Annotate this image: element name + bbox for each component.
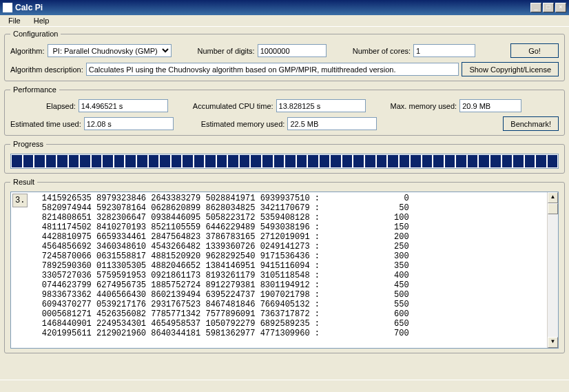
progress-segment [479,155,489,167]
progress-segment [456,155,466,167]
algorithm-label: Algorithm: [10,47,45,55]
progress-segment [240,155,250,167]
progress-segment [114,155,125,167]
progress-segment [228,155,238,167]
progress-segment [342,155,353,167]
menu-bar: File Help [0,15,569,27]
result-group: Result 3. 1415926535 8979323846 26433832… [4,178,565,353]
configuration-legend: Configuration [10,30,61,38]
algorithm-select[interactable]: PI: Parallel Chudnovsky (GMP) [48,44,172,57]
est-time-field [84,117,174,130]
progress-segment [468,155,478,167]
progress-segment [490,155,501,167]
close-button[interactable]: × [555,3,566,12]
app-icon [3,3,12,12]
est-mem-field [287,117,377,130]
copyright-button[interactable]: Show Copyright/License [462,62,559,76]
progress-segment [297,155,307,167]
progress-segment [353,155,364,167]
cores-label: Number of cores: [353,47,411,55]
mem-field [459,99,521,112]
progress-segment [205,155,216,167]
progress-segment [331,155,341,167]
progress-segment [92,155,102,167]
scroll-up-icon[interactable]: ▲ [548,192,558,203]
scroll-down-icon[interactable]: ▼ [548,337,558,348]
performance-group: Performance Elapsed: Accumulated CPU tim… [4,85,565,136]
progress-segment [365,155,375,167]
progress-segment [513,155,524,167]
maximize-button[interactable]: □ [543,3,554,12]
cpu-label: Accumulated CPU time: [193,102,273,110]
est-time-label: Estimated time used: [10,120,81,128]
progress-group: Progress [4,140,565,174]
progress-segment [411,155,421,167]
progress-segment [183,155,193,167]
benchmark-button[interactable]: Benchmark! [503,116,559,131]
progress-segment [172,155,182,167]
progress-legend: Progress [10,140,46,148]
result-scrollbar[interactable]: ▲ ▼ [547,192,558,348]
go-button[interactable]: Go! [510,43,559,58]
progress-segment [217,155,227,167]
progress-segment [149,155,159,167]
elapsed-field [79,99,168,112]
scroll-thumb[interactable] [548,203,558,214]
progress-segment [400,155,410,167]
progress-segment [251,155,261,167]
progress-segment [160,155,170,167]
progress-segment [525,155,535,167]
title-bar: Calc Pi _ □ × [0,0,569,15]
progress-segment [57,155,68,167]
cores-input[interactable] [413,44,475,57]
result-text[interactable]: 1415926535 8979323846 2643383279 5028841… [29,192,547,348]
result-prefix: 3. [12,194,28,207]
progress-segment [502,155,513,167]
progress-segment [320,155,330,167]
cpu-field [276,99,366,112]
progress-segment [262,155,273,167]
elapsed-label: Elapsed: [46,102,76,110]
result-area: 3. 1415926535 8979323846 2643383279 5028… [10,192,559,349]
menu-file[interactable]: File [3,15,26,26]
progress-segment [377,155,387,167]
progress-segment [194,155,205,167]
progress-segment [125,155,136,167]
progress-bar [10,154,559,169]
performance-legend: Performance [10,85,59,94]
progress-segment [536,155,546,167]
progress-segment [308,155,318,167]
progress-segment [12,155,22,167]
progress-segment [103,155,113,167]
progress-segment [445,155,455,167]
progress-segment [80,155,90,167]
minimize-button[interactable]: _ [530,3,541,12]
scroll-track[interactable] [548,203,558,337]
progress-segment [46,155,56,167]
progress-segment [285,155,296,167]
progress-segment [422,155,433,167]
digits-label: Number of digits: [198,47,255,55]
window-title: Calc Pi [15,3,530,12]
progress-segment [34,155,45,167]
digits-input[interactable] [258,44,327,57]
progress-segment [23,155,34,167]
status-bar [0,380,569,392]
est-mem-label: Estimated memory used: [201,120,285,128]
progress-segment [69,155,79,167]
progress-segment [388,155,398,167]
configuration-group: Configuration Algorithm: PI: Parallel Ch… [4,30,565,81]
result-legend: Result [10,178,37,186]
mem-label: Max. memory used: [391,102,457,110]
progress-segment [548,155,558,167]
progress-segment [137,155,147,167]
menu-help[interactable]: Help [28,15,55,26]
desc-field [86,63,459,76]
progress-segment [433,155,444,167]
desc-label: Algorithm description: [10,65,83,74]
progress-segment [274,155,284,167]
